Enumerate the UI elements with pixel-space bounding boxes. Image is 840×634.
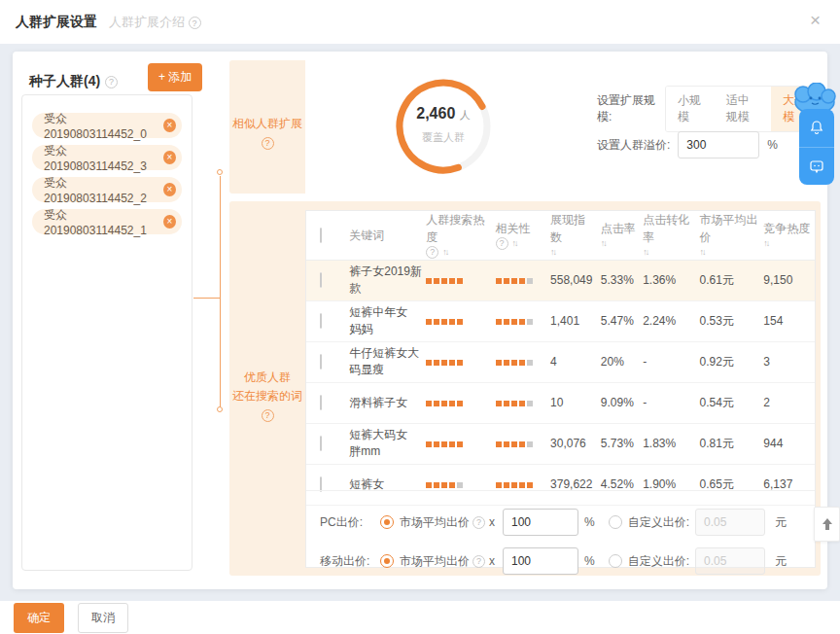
sort-icon[interactable]: ↑↓ bbox=[643, 246, 648, 260]
heat-square bbox=[496, 319, 502, 325]
seed-audience-title: 种子人群(4) ? bbox=[29, 73, 118, 90]
ctr-cell: 20% bbox=[601, 355, 643, 369]
sort-icon[interactable]: ↑↓ bbox=[550, 246, 555, 260]
column-header[interactable]: 点击转化率↑↓ bbox=[643, 211, 699, 260]
row-checkbox[interactable] bbox=[320, 272, 322, 288]
heat-square bbox=[441, 441, 447, 447]
multiply-symbol: x bbox=[489, 515, 495, 529]
seed-audience-name: 受众20190803114452_0 bbox=[44, 111, 163, 141]
market-bid-percent-input[interactable] bbox=[503, 509, 578, 536]
premium-input[interactable] bbox=[678, 131, 759, 158]
similar-help-icon[interactable]: ? bbox=[262, 137, 274, 150]
scale-option[interactable]: 小规模 bbox=[666, 87, 715, 131]
close-icon[interactable]: × bbox=[810, 11, 821, 29]
heat-square bbox=[496, 401, 502, 406]
custom-bid-input[interactable] bbox=[695, 547, 765, 575]
chat-icon[interactable] bbox=[799, 148, 834, 186]
cvr-cell: 1.83% bbox=[643, 437, 699, 450]
relevance-cell bbox=[496, 477, 550, 491]
connector-line-horizontal bbox=[193, 298, 221, 299]
heat-square bbox=[496, 360, 502, 366]
ctr-cell: 5.47% bbox=[601, 314, 643, 328]
column-help-icon[interactable]: ? bbox=[426, 246, 438, 259]
heat-square bbox=[527, 441, 533, 447]
help-icon[interactable]: ? bbox=[189, 17, 201, 29]
sort-icon[interactable]: ↑↓ bbox=[442, 246, 447, 260]
column-help-icon[interactable]: ? bbox=[496, 237, 508, 250]
seed-audience-name: 受众20190803114452_2 bbox=[44, 175, 163, 205]
column-header[interactable]: 展现指数↑↓ bbox=[550, 211, 601, 260]
competition-cell: 3 bbox=[763, 355, 815, 369]
connector-line-vertical bbox=[220, 176, 221, 407]
column-header[interactable]: 竞争热度↑↓ bbox=[763, 220, 815, 251]
custom-bid-label: 自定义出价: bbox=[628, 553, 689, 570]
coverage-caption: 覆盖人群 bbox=[393, 130, 494, 145]
sort-icon[interactable]: ↑↓ bbox=[699, 246, 704, 260]
heat-square bbox=[449, 441, 455, 447]
market-bid-radio[interactable] bbox=[380, 515, 394, 529]
keywords-help-icon[interactable]: ? bbox=[262, 409, 274, 422]
keyword-row[interactable]: 滑料裤子女109.09%-0.54元2 bbox=[306, 383, 815, 424]
market-bid-radio[interactable] bbox=[380, 554, 394, 568]
market-bid-percent-input[interactable] bbox=[503, 547, 578, 575]
custom-bid-radio[interactable] bbox=[609, 554, 622, 568]
add-audience-button[interactable]: + 添加 bbox=[148, 63, 202, 91]
confirm-button[interactable]: 确定 bbox=[14, 603, 64, 633]
row-checkbox[interactable] bbox=[320, 354, 322, 370]
heat-square bbox=[457, 319, 463, 325]
sort-icon[interactable]: ↑↓ bbox=[763, 237, 768, 251]
back-to-top-button[interactable] bbox=[814, 507, 840, 542]
heat-square bbox=[457, 401, 463, 406]
seed-audience-name: 受众20190803114452_3 bbox=[44, 143, 163, 173]
expansion-scale-row: 设置扩展规模: 小规模适中规模大规模 bbox=[597, 86, 821, 132]
cvr-cell: 1.90% bbox=[643, 477, 699, 491]
row-checkbox[interactable] bbox=[320, 436, 322, 451]
keywords-section-label: 优质人群 还在搜索的词? bbox=[229, 369, 305, 425]
bell-icon[interactable] bbox=[799, 109, 834, 148]
remove-audience-icon[interactable]: × bbox=[163, 119, 176, 132]
heat-square bbox=[434, 278, 439, 284]
custom-bid-input[interactable] bbox=[695, 509, 765, 536]
row-checkbox[interactable] bbox=[320, 313, 322, 329]
audience-expansion-dialog: 人群扩展设置 人群扩展介绍 ? × 种子人群(4) ? + 添加 受众20190… bbox=[0, 0, 840, 634]
keyword-cell: 裤子女2019新款 bbox=[349, 264, 426, 297]
column-header[interactable]: 人群搜索热度?↑↓ bbox=[426, 211, 495, 260]
remove-audience-icon[interactable]: × bbox=[163, 215, 176, 229]
scale-option[interactable]: 适中规模 bbox=[715, 87, 771, 131]
column-header[interactable]: 市场平均出价↑↓ bbox=[699, 211, 763, 260]
keyword-row[interactable]: 短裤大码女 胖mm30,0765.73%1.83%0.81元944 bbox=[306, 424, 815, 465]
heat-square bbox=[519, 319, 525, 325]
keyword-row[interactable]: 裤子女2019新款558,0495.33%1.36%0.61元9,150 bbox=[306, 261, 815, 301]
multiply-symbol: x bbox=[489, 554, 495, 568]
impressions-cell: 379,622 bbox=[550, 477, 601, 491]
seed-audience-pill: 受众20190803114452_2 × bbox=[32, 177, 182, 202]
column-header[interactable]: 相关性?↑↓ bbox=[496, 220, 550, 251]
sort-icon[interactable]: ↑↓ bbox=[601, 237, 606, 251]
heat-square bbox=[434, 319, 439, 325]
keyword-row[interactable]: 短裤中年女 妈妈1,4015.47%2.24%0.53元154 bbox=[306, 301, 815, 342]
seed-audience-pill: 受众20190803114452_1 × bbox=[32, 209, 182, 234]
similar-audience-content: 2,460 人 覆盖人群 设置扩展规模: 小规模适中规模大规模 设置人群溢价: … bbox=[305, 60, 821, 194]
market-bid-help-icon[interactable]: ? bbox=[472, 516, 485, 529]
scale-label: 设置扩展规模: bbox=[597, 92, 657, 125]
seed-help-icon[interactable]: ? bbox=[105, 76, 118, 88]
competition-cell: 944 bbox=[763, 437, 815, 450]
select-all-checkbox[interactable] bbox=[320, 228, 322, 243]
seed-audience-pill: 受众20190803114452_3 × bbox=[32, 145, 182, 170]
row-checkbox[interactable] bbox=[320, 395, 322, 410]
column-header: 关键词 bbox=[349, 227, 426, 244]
market-bid-help-icon[interactable]: ? bbox=[472, 555, 485, 568]
dialog-subtitle[interactable]: 人群扩展介绍 ? bbox=[109, 14, 201, 31]
remove-audience-icon[interactable]: × bbox=[163, 183, 176, 196]
cancel-button[interactable]: 取消 bbox=[78, 603, 128, 633]
keyword-row[interactable]: 牛仔短裤女大码显瘦420%-0.92元3 bbox=[306, 342, 815, 383]
heat-square bbox=[511, 319, 517, 325]
heat-cell bbox=[426, 273, 495, 287]
column-header[interactable]: 点击率↑↓ bbox=[601, 220, 643, 251]
currency-symbol: 元 bbox=[775, 514, 787, 531]
custom-bid-radio[interactable] bbox=[609, 515, 622, 529]
heat-square bbox=[434, 482, 439, 488]
remove-audience-icon[interactable]: × bbox=[163, 151, 176, 164]
sort-icon[interactable]: ↑↓ bbox=[512, 237, 517, 251]
heat-square bbox=[511, 360, 517, 366]
